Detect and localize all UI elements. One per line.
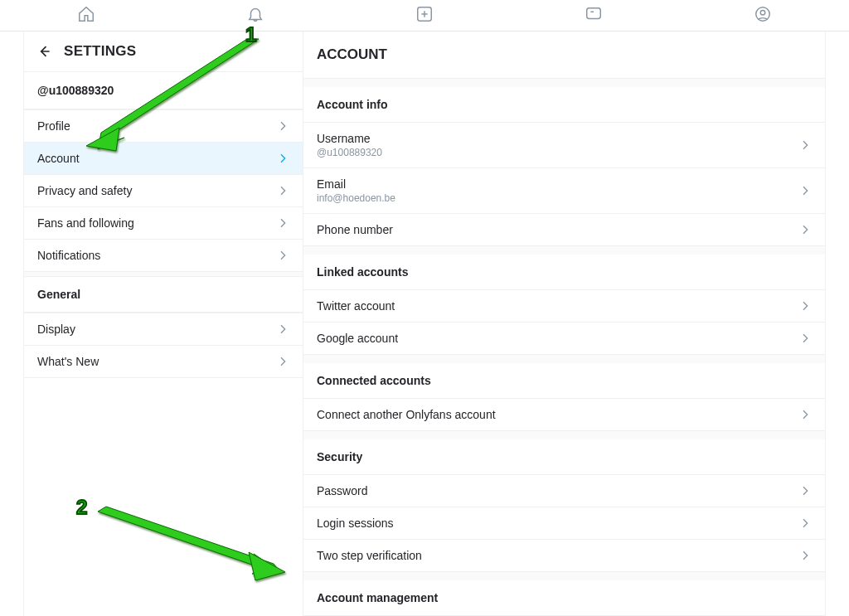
sidebar-item-label: Fans and following [37,216,276,230]
sidebar-item-label: Account [37,152,276,165]
svg-rect-1 [587,7,601,18]
group-account-management: Account management [303,580,825,616]
sidebar-item-label: Profile [37,119,276,133]
group-linked-accounts: Linked accounts [303,255,825,290]
back-button[interactable] [36,43,52,60]
sidebar-item-label: Display [37,323,276,336]
sidebar-item-privacy[interactable]: Privacy and safety [24,174,303,206]
row-login-sessions[interactable]: Login sessions [303,507,825,540]
row-label: Password [317,484,798,497]
panel-title: ACCOUNT [303,32,825,79]
sidebar-item-account[interactable]: Account [24,142,303,174]
sidebar-username: @u100889320 [24,72,303,109]
home-icon [77,5,95,27]
sidebar-item-notifications[interactable]: Notifications [24,239,303,271]
nav-create[interactable] [340,5,509,27]
nav-profile[interactable] [678,5,847,27]
row-sub: info@hoedoen.be [317,192,798,204]
sidebar-item-label: Notifications [37,249,276,262]
sidebar-item-fans[interactable]: Fans and following [24,206,303,239]
nav-home[interactable] [2,5,171,27]
row-label: Google account [317,332,798,345]
row-label: Email [317,177,798,191]
row-label: Connect another Onlyfans account [317,408,798,421]
sidebar-item-label: Privacy and safety [37,184,276,197]
group-connected-accounts: Connected accounts [303,363,825,399]
sidebar-item-label: What's New [37,355,276,368]
annotation-marker-2: 2 [76,496,87,519]
row-email[interactable]: Email info@hoedoen.be [303,168,825,214]
row-label: Two step verification [317,549,798,562]
row-label: Username [317,132,798,145]
sidebar-item-whatsnew[interactable]: What's New [24,345,303,378]
top-nav [0,0,849,32]
row-two-step[interactable]: Two step verification [303,540,825,572]
sidebar-item-display[interactable]: Display [24,313,303,345]
user-circle-icon [754,5,772,27]
row-label: Login sessions [317,517,798,530]
message-icon [585,5,603,27]
svg-point-3 [760,10,765,15]
row-connect-another[interactable]: Connect another Onlyfans account [303,399,825,431]
row-label: Phone number [317,223,798,236]
sidebar-item-profile[interactable]: Profile [24,109,303,142]
plus-square-icon [415,5,434,27]
row-phone[interactable]: Phone number [303,214,825,246]
nav-messages[interactable] [509,5,678,27]
row-username[interactable]: Username @u100889320 [303,123,825,168]
annotation-marker-1: 1 [245,23,256,46]
sidebar-section-general: General [24,276,303,313]
row-google[interactable]: Google account [303,323,825,355]
sidebar-header: SETTINGS [24,32,303,72]
row-label: Twitter account [317,299,798,313]
group-account-info: Account info [303,87,825,123]
row-sub: @u100889320 [317,147,798,158]
settings-sidebar: SETTINGS @u100889320 Profile Account Pri… [23,32,303,616]
row-twitter[interactable]: Twitter account [303,290,825,323]
row-password[interactable]: Password [303,475,825,507]
account-panel: ACCOUNT Account info Username @u10088932… [303,32,826,616]
sidebar-title: SETTINGS [64,43,136,60]
group-security: Security [303,439,825,475]
